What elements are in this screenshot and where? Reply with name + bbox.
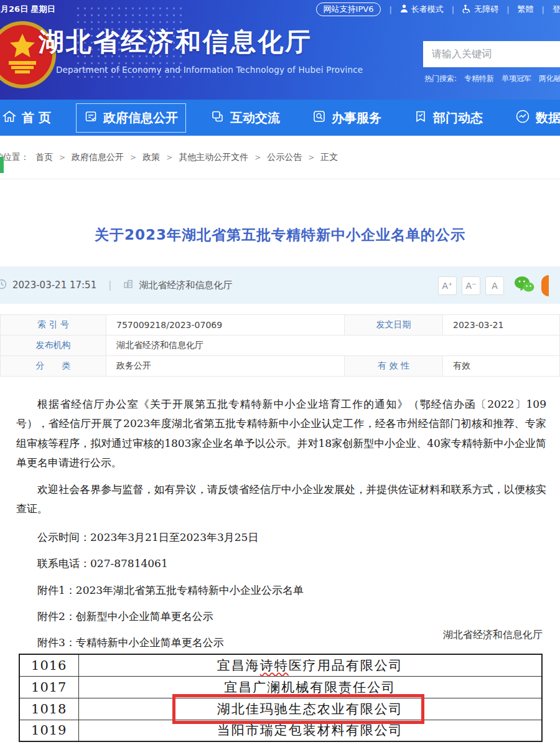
breadcrumb-separator: > [166,153,172,162]
publish-datetime: 2023-03-21 17:51 [12,280,96,291]
validity-label: 有 效 性 [345,356,443,377]
breadcrumb-item[interactable]: 政策 [142,152,160,163]
side-widget-sliver [0,157,4,173]
chart-line-circle-icon [515,109,530,127]
paragraph: 根据省经信厅办公室《关于开展第五批专精特新中小企业培育工作的通知》（鄂经信办函〔… [16,395,546,473]
table-row: 1018 湖北佳玛驰生态农业有限公司 [19,698,542,720]
font-larger-button[interactable]: A⁺ [438,276,457,295]
table-row: 分 类 政务公开 有 效 性 有效 [1,356,560,377]
nav-item-gov-info[interactable]: 政府信息公开 [76,103,186,133]
search-input[interactable] [423,41,560,67]
paragraph: 欢迎社会各界参与监督，如有异议，请反馈省经信厅中小企业发展处，并提供佐证材料和联… [16,480,546,519]
article-meta: 2023-03-21 17:51 | 湖北省经济和信息化厅 A⁺ A⁻ A [0,266,560,304]
divider: | [389,5,391,14]
company-list-table: 1016 宜昌海诗特医疗用品有限公司 1017 宜昌广澜机械有限责任公司 101… [19,654,543,742]
topbar: 3月26日 星期日 网站支持IPV6 | 长者模式 | 无障碍 | [0,0,560,19]
document-icon [84,110,98,126]
hot-word[interactable]: 专精特新 [464,73,494,84]
company-name: 当阳市瑞定包装材料有限公司 [78,720,542,741]
person-icon [400,4,408,15]
wechat-share-icon[interactable] [514,275,535,296]
divider: | [542,5,544,14]
divider: | [452,5,454,14]
font-smaller-button[interactable]: A⁻ [462,276,480,295]
pubdate-label: 发文日期 [345,315,443,336]
breadcrumb: 的位置： 首页 > 政府信息公开 > 政策 > 其他主动公开文件 > 公示公告 … [0,136,560,179]
hot-search-label: 热门搜索: [424,73,457,84]
category-value: 政务公开 [106,356,345,377]
bookmark-check-icon [414,110,427,126]
main-nav: 首 页 政府信息公开 互动交流 办事服务 部门动 [0,100,560,136]
row-number: 1019 [19,720,78,741]
accessibility-link[interactable]: 无障碍 [462,4,498,15]
row-number: 1016 [19,654,78,676]
breadcrumb-separator: > [308,153,314,162]
weibo-share-icon[interactable] [541,275,549,296]
elder-mode-link[interactable]: 长者模式 [400,4,444,15]
nav-item-department-news[interactable]: 部门动态 [406,104,490,132]
table-row: 索 引 号 757009218/2023-07069 发文日期 2023-03-… [1,315,560,336]
category-label: 分 类 [1,356,106,377]
breadcrumb-item[interactable]: 正文 [320,152,338,163]
page-title: 关于2023年湖北省第五批专精特新中小企业名单的公示 [0,225,560,245]
accessibility-icon [462,4,471,15]
company-name-highlighted: 湖北佳玛驰生态农业有限公司 [78,698,542,720]
org-value: 湖北省经济和信息化厅 [106,336,560,356]
nav-item-home[interactable]: 首 页 [0,104,58,132]
breadcrumb-item[interactable]: 政府信息公开 [72,152,124,163]
company-name: 宜昌海诗特医疗用品有限公司 [78,654,542,676]
validity-value: 有效 [443,356,560,377]
divider: | [506,5,509,14]
publicity-period: 公示时间：2023年3月21日至2023年3月25日 [16,528,546,547]
attachment-2-link[interactable]: 附件2：创新型中小企业简单更名公示 [16,607,546,626]
chat-bubbles-icon [211,110,225,126]
breadcrumb-separator: > [254,153,261,162]
ipv6-badge[interactable]: 网站支持IPV6 [316,2,381,16]
table-row: 1017 宜昌广澜机械有限责任公司 [19,676,542,698]
hot-search: 热门搜索: 专精特新 单项冠军 两化融合 小巨人 [424,73,560,84]
hot-word[interactable]: 两化融合 [539,73,560,84]
issuing-authority-signature: 湖北省经济和信息化厅 [443,629,543,642]
pubdate-value: 2023-03-21 [443,315,560,336]
font-reset-button[interactable]: A [485,276,504,295]
nav-item-services[interactable]: 办事服务 [305,104,389,132]
home-icon [2,110,16,126]
magnifier-icon [312,110,326,126]
org-label: 发布机构 [1,336,106,356]
site-header: 3月26日 星期日 网站支持IPV6 | 长者模式 | 无障碍 | [0,0,560,100]
index-value: 757009218/2023-07069 [106,315,345,336]
document-info-table: 索 引 号 757009218/2023-07069 发文日期 2023-03-… [0,314,560,377]
login-link[interactable]: 登录 [553,4,560,15]
divider: | [108,280,111,291]
attachment-1-link[interactable]: 附件1：2023年湖北省第五批专精特新中小企业公示名单 [16,581,546,600]
site-title: 湖北省经济和信息化厅 [39,25,312,59]
traditional-chinese-link[interactable]: 繁體 [518,4,534,15]
article-source: 湖北省经济和信息化厅 [139,280,232,291]
current-date: 3月26日 星期日 [0,4,55,15]
site-subtitle: Department of Economy and Information Te… [56,65,363,75]
index-label: 索 引 号 [1,315,106,336]
spellcheck-underline: 诗特 [260,658,289,673]
breadcrumb-item[interactable]: 公示公告 [267,152,302,163]
topbar-links: 网站支持IPV6 | 长者模式 | 无障碍 | 繁體 | [316,2,560,16]
page: 3月26日 星期日 网站支持IPV6 | 长者模式 | 无障碍 | [0,0,560,747]
breadcrumb-prefix: 的位置： [0,152,29,163]
breadcrumb-item[interactable]: 首页 [35,152,53,163]
row-number: 1018 [19,698,78,720]
table-row: 发布机构 湖北省经济和信息化厅 [1,336,560,356]
contact-phone: 联系电话：027-87814061 [16,554,546,573]
nav-item-data[interactable]: 数据发布 [508,103,560,133]
breadcrumb-item[interactable]: 其他主动公开文件 [179,152,248,163]
table-row: 1016 宜昌海诗特医疗用品有限公司 [19,654,542,676]
nav-item-interaction[interactable]: 互动交流 [203,104,287,132]
breadcrumb-separator: > [130,153,136,162]
company-name: 宜昌广澜机械有限责任公司 [78,676,542,698]
table-row: 1019 当阳市瑞定包装材料有限公司 [19,720,542,741]
article-body: 根据省经信厅办公室《关于开展第五批专精特新中小企业培育工作的通知》（鄂经信办函〔… [16,395,546,660]
clock-icon [0,279,7,292]
row-number: 1017 [19,676,78,698]
hot-word[interactable]: 单项冠军 [502,73,531,84]
breadcrumb-separator: > [59,153,65,162]
building-icon [123,279,133,291]
